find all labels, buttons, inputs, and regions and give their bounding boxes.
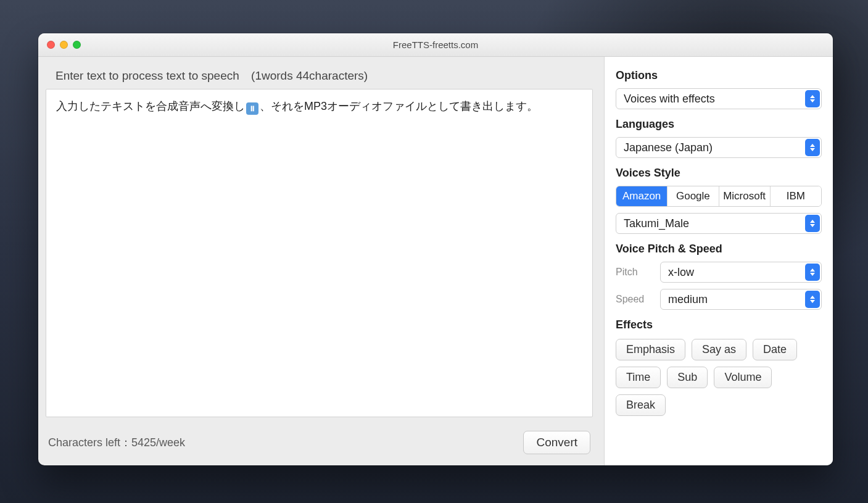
effect-time[interactable]: Time — [616, 367, 661, 388]
options-select[interactable]: Voices with effects — [616, 88, 822, 109]
options-label: Options — [616, 69, 822, 82]
prompt-line: Enter text to process text to speech (1w… — [47, 69, 593, 83]
minimize-icon[interactable] — [60, 41, 68, 49]
effect-say-as[interactable]: Say as — [692, 339, 746, 360]
provider-tab-amazon[interactable]: Amazon — [616, 186, 668, 206]
convert-button[interactable]: Convert — [523, 431, 590, 454]
speed-select[interactable]: medium — [660, 289, 822, 310]
languages-value: Japanese (Japan) — [624, 141, 713, 154]
voice-select[interactable]: Takumi_Male — [616, 213, 822, 234]
pause-icon[interactable] — [246, 102, 258, 115]
languages-select[interactable]: Japanese (Japan) — [616, 137, 822, 158]
text-input[interactable]: 入力したテキストを合成音声へ変換し、それをMP3オーディオファイルとして書き出し… — [46, 89, 593, 417]
provider-tab-google[interactable]: Google — [668, 186, 719, 206]
pitch-value: x-low — [668, 266, 694, 279]
text-after: 、それをMP3オーディオファイルとして書き出します。 — [260, 100, 538, 112]
effects-label: Effects — [616, 318, 822, 331]
select-stepper-icon — [805, 291, 820, 308]
options-value: Voices with effects — [624, 93, 715, 106]
provider-tab-ibm[interactable]: IBM — [771, 186, 821, 206]
speed-label: Speed — [616, 294, 651, 305]
speed-value: medium — [668, 293, 708, 306]
pitch-speed-label: Voice Pitch & Speed — [616, 243, 822, 256]
provider-segmented: Amazon Google Microsoft IBM — [616, 186, 822, 207]
chars-left-label: Characters left：5425/week — [48, 435, 185, 450]
main-footer: Characters left：5425/week Convert — [46, 431, 593, 454]
prompt-label: Enter text to process text to speech — [56, 69, 239, 82]
main-panel: Enter text to process text to speech (1w… — [38, 57, 605, 465]
pitch-label: Pitch — [616, 267, 651, 278]
effect-emphasis[interactable]: Emphasis — [616, 339, 685, 360]
text-before: 入力したテキストを合成音声へ変換し — [56, 100, 245, 112]
select-stepper-icon — [805, 90, 820, 107]
effect-break[interactable]: Break — [616, 394, 666, 416]
effect-volume[interactable]: Volume — [714, 367, 772, 388]
voices-style-label: Voices Style — [616, 167, 822, 180]
effect-sub[interactable]: Sub — [667, 367, 708, 388]
select-stepper-icon — [805, 139, 820, 156]
zoom-icon[interactable] — [73, 41, 81, 49]
select-stepper-icon — [805, 215, 820, 232]
window-title: FreeTTS-freetts.com — [38, 39, 833, 50]
sidebar: Options Voices with effects Languages Ja… — [605, 57, 833, 465]
select-stepper-icon — [805, 264, 820, 281]
app-window: FreeTTS-freetts.com Enter text to proces… — [38, 33, 833, 465]
provider-tab-microsoft[interactable]: Microsoft — [719, 186, 771, 206]
effects-group: Emphasis Say as Date Time Sub Volume Bre… — [616, 339, 822, 416]
word-char-counter: (1words 44characters) — [251, 69, 368, 82]
window-body: Enter text to process text to speech (1w… — [38, 57, 833, 465]
voice-value: Takumi_Male — [624, 217, 689, 230]
effect-date[interactable]: Date — [753, 339, 797, 360]
window-controls — [47, 41, 81, 49]
pitch-select[interactable]: x-low — [660, 262, 822, 283]
pitch-row: Pitch x-low — [616, 262, 822, 283]
titlebar: FreeTTS-freetts.com — [38, 33, 833, 57]
close-icon[interactable] — [47, 41, 55, 49]
languages-label: Languages — [616, 118, 822, 131]
speed-row: Speed medium — [616, 289, 822, 310]
